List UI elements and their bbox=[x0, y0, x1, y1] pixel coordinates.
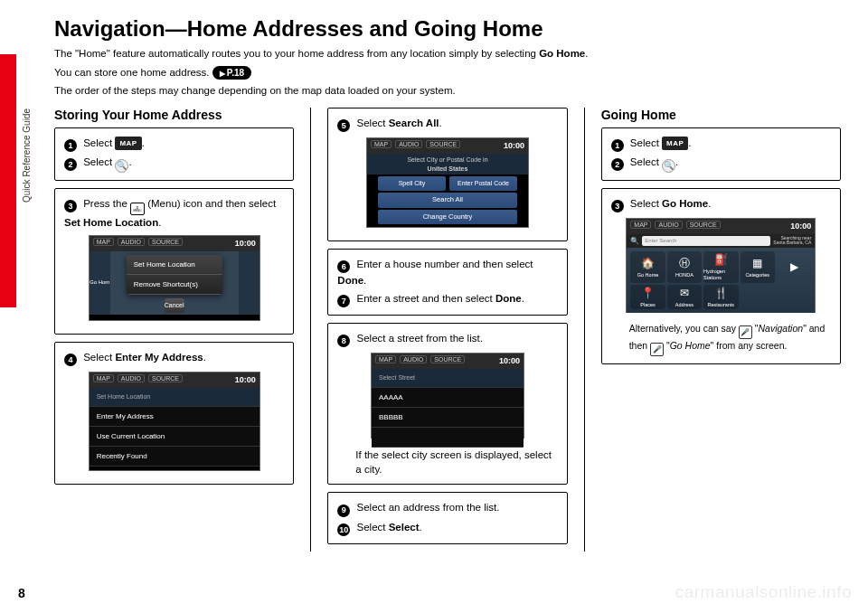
scr2-item-1: Enter My Address bbox=[90, 407, 259, 427]
scr8-tab-map: MAP bbox=[375, 355, 396, 363]
gh-step3-text-b: Go Home bbox=[662, 198, 708, 209]
step4-text-c: . bbox=[203, 352, 206, 363]
intro-line-3: The order of the steps may change depend… bbox=[54, 84, 841, 99]
screenshot-set-home-dialog: MAPAUDIOSOURCE 10:00 Go Hom Set Home Loc… bbox=[89, 235, 260, 321]
scr1-tab-map: MAP bbox=[93, 238, 114, 246]
scr3-search-bar: 🔍 Enter Search Searching near Santa Barb… bbox=[627, 234, 815, 248]
step-num-1: 1 bbox=[64, 139, 77, 152]
column-center: 5 Select Search All. MAPAUDIOSOURCE 10:0… bbox=[327, 108, 584, 552]
scr1-dialog: Set Home Location Remove Shortcut(s) bbox=[127, 255, 222, 295]
gh-step-box-3: 3 Select Go Home. MAPAUDIOSOURCE 10:00 🔍… bbox=[601, 188, 841, 364]
scr2-clock: 10:00 bbox=[235, 374, 256, 386]
step8-note: If the select city screen is displayed, … bbox=[337, 444, 557, 476]
side-color-tab bbox=[0, 54, 16, 307]
step10-text-b: Select bbox=[389, 522, 420, 533]
step2-text-a: Select bbox=[83, 156, 115, 167]
tile-hydrogen: ⛽Hydrogen Stations bbox=[703, 251, 738, 283]
step-num-6: 6 bbox=[337, 260, 350, 273]
step-box-3: 3 Press the ≡MENU (Menu) icon and then s… bbox=[54, 188, 294, 335]
intro-1a: The "Home" feature automatically routes … bbox=[54, 48, 539, 59]
note-g: " from any screen. bbox=[711, 340, 788, 351]
scr5-tab-source: SOURCE bbox=[426, 140, 460, 148]
scr2-header: MAPAUDIOSOURCE 10:00 bbox=[90, 373, 259, 388]
step7-text-a: Enter a street and then select bbox=[357, 293, 495, 304]
column-going-home: Going Home 1 Select MAP. 2 Select 🔍. 3 S… bbox=[601, 108, 841, 552]
columns-wrapper: Storing Your Home Address 1 Select MAP. … bbox=[54, 108, 841, 552]
scr2-item-3: Recently Found bbox=[90, 447, 259, 467]
note-f-italic: Go Home bbox=[670, 340, 711, 351]
scr5-sub1: Select City or Postal Code in bbox=[407, 156, 487, 163]
step6-text-c: . bbox=[363, 275, 366, 286]
tile-restaurants: 🍴Restaurants bbox=[703, 285, 738, 309]
step4-text-a: Select bbox=[83, 352, 115, 363]
scr1-clock: 10:00 bbox=[235, 238, 256, 250]
gh-step1-text-b: . bbox=[688, 137, 691, 148]
scr3-location: Searching near Santa Barbara, CA bbox=[773, 236, 811, 245]
step6-text-b: Done bbox=[337, 275, 363, 286]
tile-address: ✉Address bbox=[667, 285, 702, 309]
step7-text-b: Done bbox=[495, 293, 522, 304]
scr8-item-1: AAAAA bbox=[372, 388, 524, 408]
scr8-subtitle: Select Street bbox=[372, 369, 524, 388]
scr2-tab-map: MAP bbox=[93, 374, 114, 382]
search-icon: 🔍 bbox=[630, 236, 639, 246]
scr1-header: MAPAUDIOSOURCE 10:00 bbox=[90, 236, 259, 251]
step-num-3: 3 bbox=[64, 200, 77, 212]
search-icon: 🔍 bbox=[662, 159, 675, 173]
scr3-tab-audio: AUDIO bbox=[655, 221, 682, 229]
note-b: " bbox=[752, 323, 759, 334]
search-icon: 🔍 bbox=[115, 159, 128, 173]
step7-text-c: . bbox=[522, 293, 524, 304]
scr5-btn-postal: Enter Postal Code bbox=[449, 176, 517, 191]
scr5-sub: Select City or Postal Code in United Sta… bbox=[367, 154, 528, 175]
scr3-tab-source: SOURCE bbox=[686, 221, 721, 229]
gh-step2-text-b: . bbox=[675, 156, 678, 167]
scr1-dialog-item-2: Remove Shortcut(s) bbox=[127, 275, 222, 295]
step3-text-c: Set Home Location bbox=[64, 217, 158, 228]
screenshot-street-list: MAPAUDIOSOURCE 10:00 Select Street AAAAA… bbox=[371, 353, 524, 439]
scr5-tab-audio: AUDIO bbox=[395, 140, 422, 148]
scr5-row1: Spell City Enter Postal Code bbox=[378, 176, 517, 191]
step-box-8: 8 Select a street from the list. MAPAUDI… bbox=[327, 323, 567, 485]
gh-step1-text-a: Select bbox=[630, 137, 662, 148]
gh-step-num-3: 3 bbox=[611, 200, 624, 212]
gh-step-num-1: 1 bbox=[611, 139, 624, 152]
note-e: " bbox=[664, 340, 670, 351]
scr1-tab-audio: AUDIO bbox=[118, 238, 145, 246]
scr1-right-panel bbox=[239, 251, 259, 315]
gh-voice-note: Alternatively, you can say 🎤 "Navigation… bbox=[611, 318, 831, 356]
scr5-btn-search-all: Search All bbox=[378, 193, 517, 208]
menu-icon: ≡MENU bbox=[130, 203, 145, 215]
step-num-7: 7 bbox=[337, 295, 350, 307]
intro-2a: You can store one home address. bbox=[54, 67, 212, 78]
voice-icon: 🎤 bbox=[650, 343, 664, 356]
scr5-sub2: United States bbox=[428, 165, 468, 172]
scr5-btn-spell-city: Spell City bbox=[378, 176, 446, 191]
note-c-italic: Navigation bbox=[759, 323, 804, 334]
scr8-item-2: BBBBB bbox=[372, 408, 524, 428]
column-store-home: Storing Your Home Address 1 Select MAP. … bbox=[54, 108, 311, 552]
page-number: 8 bbox=[18, 586, 25, 600]
scr1-dialog-item-1: Set Home Location bbox=[127, 255, 222, 275]
step3-text-a: Press the bbox=[83, 198, 130, 209]
tile-blank bbox=[741, 285, 775, 309]
scr8-header: MAPAUDIOSOURCE 10:00 bbox=[372, 354, 524, 369]
page-ref-badge: P.18 bbox=[212, 66, 251, 80]
watermark: carmanualsonline.info bbox=[675, 582, 852, 602]
scr3-clock: 10:00 bbox=[790, 221, 811, 232]
scr2-tab-source: SOURCE bbox=[148, 374, 183, 382]
step3-text-b: (Menu) icon and then select bbox=[145, 198, 276, 209]
page-title: Navigation—Home Addresses and Going Home bbox=[54, 16, 841, 42]
step6-text-a: Enter a house number and then select bbox=[357, 259, 533, 269]
scr5-btn-change-country: Change Country bbox=[378, 210, 517, 225]
gh-step3-text-a: Select bbox=[630, 198, 662, 209]
intro-line-1: The "Home" feature automatically routes … bbox=[54, 47, 841, 61]
side-section-label: Quick Reference Guide bbox=[22, 108, 32, 203]
note-a: Alternatively, you can say bbox=[629, 323, 739, 334]
scr3-search-placeholder: Enter Search bbox=[642, 236, 770, 245]
map-button-icon: MAP bbox=[115, 137, 141, 150]
step-box-1-2: 1 Select MAP. 2 Select 🔍. bbox=[54, 127, 294, 181]
step10-text-a: Select bbox=[357, 522, 389, 533]
step-box-9-10: 9 Select an address from the list. 10 Se… bbox=[327, 492, 567, 544]
step-box-4: 4 Select Enter My Address. MAPAUDIOSOURC… bbox=[54, 342, 294, 485]
